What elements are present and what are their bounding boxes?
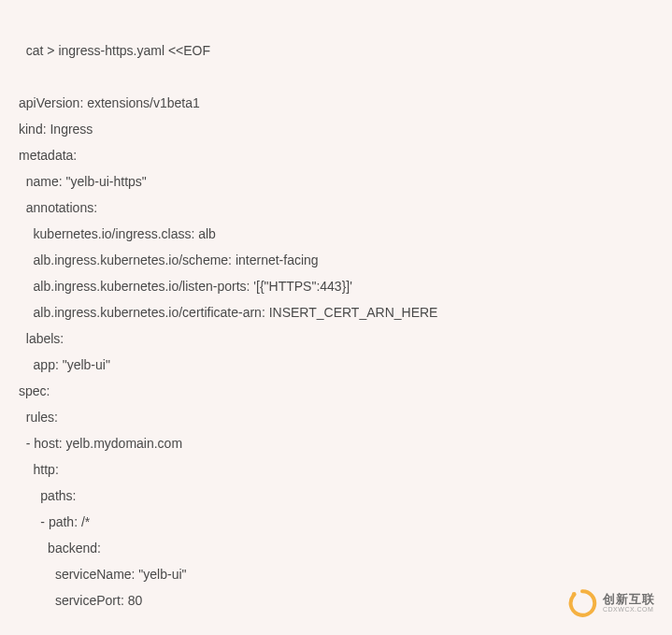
code-line: - path: /* (19, 514, 90, 529)
code-block: cat > ingress-https.yaml <<EOF apiVersio… (19, 11, 653, 635)
code-line: alb.ingress.kubernetes.io/certificate-ar… (19, 305, 437, 320)
code-line: labels: (19, 331, 64, 346)
code-line: cat > ingress-https.yaml <<EOF (26, 43, 210, 58)
svg-point-0 (572, 592, 577, 597)
code-line: spec: (19, 383, 50, 398)
code-line: metadata: (19, 148, 77, 163)
code-line: kind: Ingress (19, 122, 93, 137)
code-line: - host: yelb.mydomain.com (19, 436, 182, 451)
logo-icon (567, 588, 597, 618)
watermark-text: 创新互联 CDXWCX.COM (603, 593, 655, 613)
watermark-en: CDXWCX.COM (603, 606, 655, 613)
code-line: kubernetes.io/ingress.class: alb (19, 226, 216, 241)
code-line: app: "yelb-ui" (19, 357, 110, 372)
code-line: paths: (19, 488, 76, 503)
code-line: rules: (19, 410, 58, 425)
code-line: http: (19, 462, 59, 477)
watermark-cn: 创新互联 (603, 593, 655, 606)
code-line: serviceName: "yelb-ui" (19, 567, 187, 582)
code-line: servicePort: 80 (19, 593, 142, 608)
code-line: name: "yelb-ui-https" (19, 174, 147, 189)
code-line: backend: (19, 541, 101, 556)
code-line: alb.ingress.kubernetes.io/scheme: intern… (19, 253, 319, 267)
watermark: 创新互联 CDXWCX.COM (567, 588, 655, 618)
code-line: alb.ingress.kubernetes.io/listen-ports: … (19, 279, 352, 294)
code-line: annotations: (19, 200, 97, 215)
code-line: apiVersion: extensions/v1beta1 (19, 95, 200, 110)
